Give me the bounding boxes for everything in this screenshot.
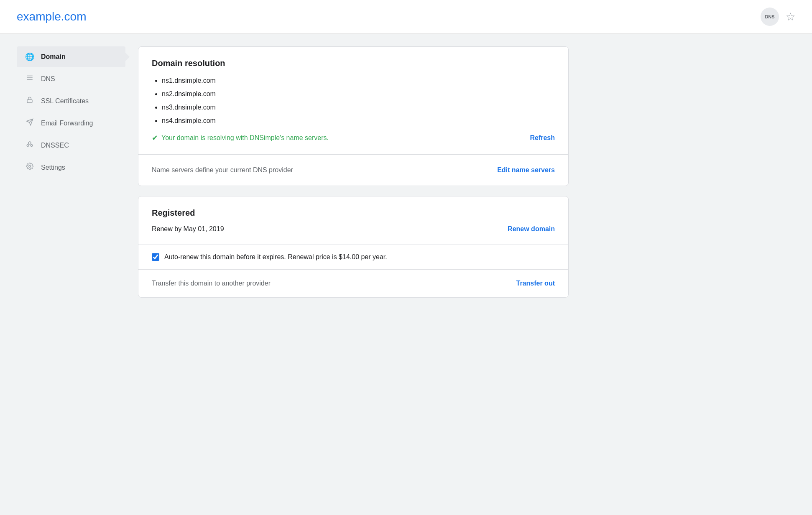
resolution-status-row: ✔ Your domain is resolving with DNSimple… — [152, 133, 555, 143]
transfer-text: Transfer this domain to another provider — [152, 280, 271, 287]
sidebar-item-email[interactable]: Email Forwarding — [17, 112, 125, 134]
nameserver-3: ns3.dnsimple.com — [162, 102, 555, 112]
autorenew-checkbox[interactable] — [152, 253, 159, 261]
svg-point-7 — [27, 145, 29, 147]
svg-rect-3 — [27, 99, 32, 102]
sidebar-item-dnssec[interactable]: DNSSEC — [17, 135, 125, 156]
send-icon — [25, 118, 34, 128]
autorenew-label: Auto-renew this domain before it expires… — [164, 253, 387, 261]
checkmark-icon: ✔ — [152, 133, 158, 143]
svg-point-6 — [28, 142, 31, 144]
gear-icon — [25, 163, 34, 172]
renew-row: Renew by May 01, 2019 Renew domain — [152, 225, 555, 233]
lock-icon — [25, 96, 34, 106]
transfer-row: Transfer this domain to another provider… — [152, 280, 555, 287]
top-bar: example.com DNS ☆ — [0, 0, 812, 34]
registered-section: Registered Renew by May 01, 2019 Renew d… — [138, 196, 568, 245]
nameservers-footer-row: Name servers define your current DNS pro… — [152, 166, 555, 174]
transfer-out-button[interactable]: Transfer out — [516, 280, 555, 287]
registered-card: Registered Renew by May 01, 2019 Renew d… — [138, 196, 569, 298]
nameserver-1: ns1.dnsimple.com — [162, 76, 555, 86]
transfer-section: Transfer this domain to another provider… — [138, 269, 568, 297]
content-area: Domain resolution ns1.dnsimple.com ns2.d… — [138, 46, 569, 298]
nameserver-2: ns2.dnsimple.com — [162, 89, 555, 99]
domain-resolution-title: Domain resolution — [152, 59, 555, 68]
sidebar: 🌐 Domain DNS SSL Certificates — [17, 46, 125, 298]
resolution-status-text: Your domain is resolving with DNSimple's… — [161, 134, 329, 142]
star-icon[interactable]: ☆ — [786, 11, 795, 22]
sidebar-item-dns[interactable]: DNS — [17, 68, 125, 89]
main-layout: 🌐 Domain DNS SSL Certificates — [0, 34, 585, 310]
sidebar-item-ssl[interactable]: SSL Certificates — [17, 90, 125, 112]
globe-icon: 🌐 — [25, 52, 34, 61]
sidebar-label-dnssec: DNSSEC — [41, 142, 69, 149]
sidebar-label-settings: Settings — [41, 164, 65, 171]
registered-title: Registered — [152, 208, 555, 218]
svg-point-8 — [31, 145, 33, 147]
renew-domain-button[interactable]: Renew domain — [508, 225, 555, 233]
nameserver-4: ns4.dnsimple.com — [162, 116, 555, 126]
svg-point-9 — [29, 166, 31, 168]
nameservers-footer-text: Name servers define your current DNS pro… — [152, 166, 293, 174]
dns-icon — [25, 74, 34, 84]
top-bar-actions: DNS ☆ — [761, 8, 795, 26]
resolution-ok: ✔ Your domain is resolving with DNSimple… — [152, 133, 329, 143]
nameservers-section: Domain resolution ns1.dnsimple.com ns2.d… — [138, 47, 568, 154]
edit-nameservers-button[interactable]: Edit name servers — [497, 166, 555, 174]
sidebar-label-domain: Domain — [41, 53, 66, 61]
dns-badge[interactable]: DNS — [761, 8, 779, 26]
refresh-button[interactable]: Refresh — [530, 134, 555, 142]
sidebar-item-domain[interactable]: 🌐 Domain — [17, 46, 125, 67]
nameservers-list: ns1.dnsimple.com ns2.dnsimple.com ns3.dn… — [152, 76, 555, 126]
autorenew-section: Auto-renew this domain before it expires… — [138, 245, 568, 269]
sidebar-label-email: Email Forwarding — [41, 120, 93, 127]
sidebar-item-settings[interactable]: Settings — [17, 157, 125, 178]
sidebar-label-dns: DNS — [41, 75, 55, 83]
domain-resolution-card: Domain resolution ns1.dnsimple.com ns2.d… — [138, 46, 569, 186]
domain-title: example.com — [17, 10, 87, 23]
nameservers-footer-section: Name servers define your current DNS pro… — [138, 154, 568, 186]
sidebar-label-ssl: SSL Certificates — [41, 97, 89, 105]
renew-date: Renew by May 01, 2019 — [152, 225, 224, 233]
dnssec-icon — [25, 140, 34, 150]
